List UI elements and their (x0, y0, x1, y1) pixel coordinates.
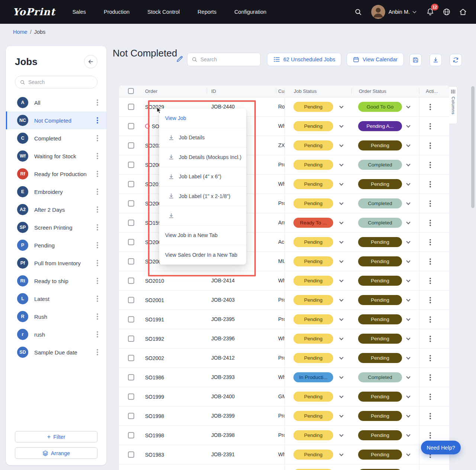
sidebar-item-waiting-for-stock[interactable]: Wf Waiting for Stock (6, 147, 106, 165)
vertical-scrollbar[interactable] (471, 85, 475, 470)
menu-item-job-details[interactable]: Job Details (159, 128, 246, 148)
global-search-icon[interactable] (353, 6, 364, 17)
order-number[interactable]: SO2002 (145, 355, 164, 361)
filter-options-kebab[interactable] (93, 241, 102, 250)
row-actions-menu[interactable] (426, 412, 435, 421)
row-actions-menu[interactable] (426, 257, 435, 266)
job-status-badge[interactable]: Pending (293, 198, 333, 208)
filter-options-kebab[interactable] (93, 205, 102, 214)
sidebar-item-pending[interactable]: P Pending (6, 236, 106, 254)
job-status-dropdown[interactable] (338, 277, 345, 285)
sidebar-item-ready-for-production[interactable]: Rf Ready for Production (6, 165, 106, 183)
job-status-dropdown[interactable] (338, 451, 345, 458)
job-status-badge[interactable]: Pending (293, 237, 333, 247)
job-status-dropdown[interactable] (338, 432, 345, 439)
order-number[interactable]: SO1991 (145, 317, 164, 322)
sidebar-item-after-2-days[interactable]: A2 After 2 Days (6, 201, 106, 218)
menu-item-view-job-in-a-new-tab[interactable]: View Job in a New Tab (159, 226, 246, 245)
sidebar-item-ready-to-ship[interactable]: Rt Ready to ship (6, 272, 106, 290)
row-actions-menu[interactable] (426, 161, 435, 169)
row-checkbox[interactable] (128, 432, 134, 438)
row-actions-menu[interactable] (426, 354, 435, 363)
order-number[interactable]: SO1983 (145, 452, 164, 458)
columns-panel-toggle[interactable]: Columns (449, 86, 457, 124)
table-search-input[interactable] (200, 56, 256, 62)
row-checkbox[interactable] (128, 200, 134, 207)
header-order[interactable]: Order (145, 88, 157, 94)
row-checkbox[interactable] (128, 451, 134, 458)
filter-options-kebab[interactable] (93, 330, 102, 339)
filter-options-kebab[interactable] (93, 169, 102, 178)
job-status-dropdown[interactable] (338, 296, 345, 304)
order-status-badge[interactable]: Pending (358, 140, 402, 150)
job-status-dropdown[interactable] (338, 335, 345, 343)
sidebar-item-pull-from-inventory[interactable]: Pf Pull from Inventory (6, 254, 106, 272)
edit-title-button[interactable] (175, 55, 184, 64)
sidebar-search-input[interactable] (28, 79, 93, 85)
row-actions-menu[interactable] (426, 238, 435, 247)
order-number[interactable]: SO1992 (145, 336, 164, 342)
need-help-button[interactable]: Need Help? (421, 441, 461, 454)
job-status-badge[interactable]: Pending (293, 295, 333, 305)
job-status-badge[interactable]: Ready To ... (293, 218, 333, 228)
job-status-dropdown[interactable] (338, 412, 345, 420)
row-actions-menu[interactable] (426, 103, 435, 111)
order-number[interactable]: SO1986 (145, 375, 164, 380)
order-status-dropdown[interactable] (405, 277, 412, 285)
order-status-dropdown[interactable] (405, 239, 412, 246)
job-status-dropdown[interactable] (338, 316, 345, 323)
filter-options-kebab[interactable] (93, 116, 102, 125)
row-checkbox[interactable] (128, 355, 134, 361)
order-status-badge[interactable]: Pending (358, 411, 402, 421)
row-actions-menu[interactable] (426, 296, 435, 305)
order-status-badge[interactable]: Pending (358, 179, 402, 189)
header-id[interactable]: ID (211, 88, 216, 94)
header-order-status[interactable]: Order Status (359, 88, 386, 94)
row-checkbox[interactable] (128, 316, 134, 322)
nav-item-production[interactable]: Production (104, 9, 129, 15)
order-status-badge[interactable]: Pending A... (358, 121, 402, 131)
order-status-dropdown[interactable] (405, 316, 412, 323)
home-button[interactable] (457, 6, 469, 17)
row-checkbox[interactable] (128, 220, 134, 226)
row-checkbox[interactable] (128, 142, 134, 149)
order-status-badge[interactable]: Pending (358, 353, 402, 363)
nav-item-reports[interactable]: Reports (197, 9, 216, 15)
row-actions-menu[interactable] (426, 315, 435, 324)
order-status-badge[interactable]: Pending (358, 295, 402, 305)
job-status-badge[interactable]: Pending (293, 160, 333, 170)
sidebar-item-sample-due-date[interactable]: SD Sample Due date (6, 343, 106, 361)
nav-item-sales[interactable]: Sales (73, 9, 86, 15)
filter-options-kebab[interactable] (93, 223, 102, 232)
job-status-badge[interactable]: Pending (293, 450, 333, 460)
filter-options-kebab[interactable] (93, 276, 102, 285)
job-status-dropdown[interactable] (338, 142, 345, 149)
order-number[interactable]: SO1999 (145, 394, 164, 400)
row-actions-menu[interactable] (426, 392, 435, 401)
order-number[interactable]: SO1998 (145, 413, 164, 419)
row-actions-menu[interactable] (426, 218, 435, 227)
menu-item-job-details-mockups-incl[interactable]: Job Details (Mockups Incl.) (159, 148, 246, 167)
row-actions-menu[interactable] (426, 431, 435, 440)
sidebar-item-embroidery[interactable]: E Embroidery (6, 183, 106, 201)
job-status-badge[interactable]: Pending (293, 102, 333, 112)
row-actions-menu[interactable] (426, 373, 435, 382)
order-status-badge[interactable]: Pending (358, 237, 402, 247)
row-checkbox[interactable] (128, 336, 134, 342)
job-status-badge[interactable]: Pending (293, 314, 333, 324)
notifications-button[interactable]: 12 (425, 6, 436, 17)
filter-button[interactable]: + Filter (15, 431, 97, 443)
row-checkbox[interactable] (128, 104, 134, 110)
job-status-badge[interactable]: Pending (293, 430, 333, 440)
job-status-dropdown[interactable] (338, 258, 345, 265)
row-actions-menu[interactable] (426, 180, 435, 189)
nav-item-configuration[interactable]: Configuration (234, 9, 266, 15)
sidebar-item-screen-printing[interactable]: SP Screen Printing (6, 218, 106, 236)
order-status-dropdown[interactable] (405, 161, 412, 169)
row-checkbox[interactable] (128, 258, 134, 265)
order-status-dropdown[interactable] (405, 103, 412, 111)
row-actions-menu[interactable] (426, 276, 435, 285)
order-status-dropdown[interactable] (405, 219, 412, 227)
arrange-button[interactable]: Arrange (15, 447, 97, 459)
order-status-dropdown[interactable] (405, 451, 412, 458)
